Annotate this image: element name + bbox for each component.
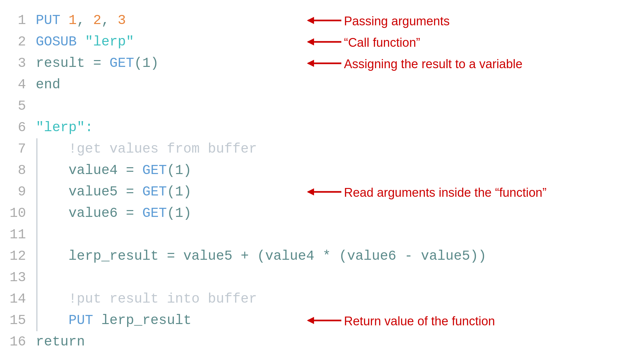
code-token: - bbox=[396, 248, 421, 264]
code-wrapper: 1PUT 1, 2, 32GOSUB "lerp"3result = GET(1… bbox=[7, 6, 644, 357]
code-line-8: 8 value4 = GET(1) bbox=[7, 160, 299, 181]
annotation-text: Read arguments inside the “function” bbox=[344, 186, 546, 200]
line-number-1: 1 bbox=[7, 14, 26, 27]
line-content-8: value4 = GET(1) bbox=[36, 164, 191, 177]
code-line-3: 3result = GET(1) bbox=[7, 53, 299, 74]
code-line-9: 9 value5 = GET(1) bbox=[7, 181, 299, 203]
svg-marker-1 bbox=[307, 17, 314, 24]
line-number-3: 3 bbox=[7, 56, 26, 70]
code-token: (1) bbox=[134, 56, 159, 71]
code-token: value4 bbox=[265, 248, 314, 264]
code-token: lerp_result bbox=[36, 248, 159, 264]
code-line-15: 15 PUT lerp_result bbox=[7, 310, 299, 331]
code-token: 2 bbox=[93, 13, 101, 28]
code-token: = bbox=[85, 56, 110, 71]
line-number-10: 10 bbox=[7, 207, 26, 220]
code-line-7: 7 !get values from buffer bbox=[7, 138, 299, 160]
line-number-2: 2 bbox=[7, 35, 26, 49]
code-token: value6 bbox=[36, 206, 118, 221]
code-token: !put result into buffer bbox=[36, 291, 257, 307]
code-token: "lerp" bbox=[36, 120, 85, 135]
line-number-13: 13 bbox=[7, 271, 26, 284]
code-token: GOSUB bbox=[36, 34, 85, 50]
arrow-icon bbox=[299, 185, 341, 201]
main-container: 1PUT 1, 2, 32GOSUB "lerp"3result = GET(1… bbox=[0, 0, 644, 363]
code-line-1: 1PUT 1, 2, 3 bbox=[7, 10, 299, 31]
svg-marker-7 bbox=[307, 188, 314, 195]
code-token: )) bbox=[470, 248, 486, 264]
code-token: GET bbox=[142, 163, 167, 178]
annotation-text: Return value of the function bbox=[344, 314, 495, 328]
code-token: (1) bbox=[167, 206, 191, 221]
line-content-16: return bbox=[36, 335, 85, 349]
annotation-2: Assigning the result to a variable bbox=[299, 56, 522, 72]
line-content-6: "lerp": bbox=[36, 121, 93, 134]
code-token: return bbox=[36, 334, 85, 350]
code-token: (1) bbox=[167, 184, 191, 200]
code-token: = bbox=[118, 163, 142, 178]
annotation-text: “Call function” bbox=[344, 36, 420, 50]
line-number-8: 8 bbox=[7, 164, 26, 177]
line-content-3: result = GET(1) bbox=[36, 56, 159, 70]
code-token: value5 bbox=[421, 248, 470, 264]
code-token: * ( bbox=[314, 248, 347, 264]
line-number-4: 4 bbox=[7, 78, 26, 92]
annotation-text: Assigning the result to a variable bbox=[344, 57, 522, 71]
code-token: PUT bbox=[36, 313, 101, 328]
line-content-15: PUT lerp_result bbox=[36, 314, 191, 327]
code-token: = bbox=[118, 206, 142, 221]
line-content-2: GOSUB "lerp" bbox=[36, 35, 134, 49]
code-line-5: 5 bbox=[7, 95, 299, 117]
annotation-4: Return value of the function bbox=[299, 313, 495, 329]
code-line-11: 11 bbox=[7, 224, 299, 245]
line-content-10: value6 = GET(1) bbox=[36, 207, 191, 220]
arrow-icon bbox=[299, 13, 341, 29]
code-line-6: 6"lerp": bbox=[7, 117, 299, 138]
line-content-7: !get values from buffer bbox=[36, 142, 257, 156]
annotation-text: Passing arguments bbox=[344, 14, 450, 28]
code-token: value4 bbox=[36, 163, 118, 178]
svg-marker-5 bbox=[307, 60, 314, 67]
code-section: 1PUT 1, 2, 32GOSUB "lerp"3result = GET(1… bbox=[7, 6, 299, 353]
code-token: value5 bbox=[36, 184, 118, 200]
code-line-13: 13 bbox=[7, 267, 299, 288]
line-content-4: end bbox=[36, 78, 60, 92]
line-number-16: 16 bbox=[7, 335, 26, 349]
svg-marker-9 bbox=[307, 317, 314, 324]
svg-marker-3 bbox=[307, 38, 314, 45]
code-token: , bbox=[101, 13, 118, 28]
code-token: lerp_result bbox=[101, 313, 191, 328]
line-number-6: 6 bbox=[7, 121, 26, 134]
line-number-5: 5 bbox=[7, 99, 26, 113]
code-token: : bbox=[85, 120, 93, 135]
arrow-icon bbox=[299, 313, 341, 329]
annotation-0: Passing arguments bbox=[299, 13, 450, 29]
line-content-9: value5 = GET(1) bbox=[36, 185, 191, 199]
code-line-2: 2GOSUB "lerp" bbox=[7, 31, 299, 53]
line-number-15: 15 bbox=[7, 314, 26, 327]
code-token: value5 bbox=[183, 248, 232, 264]
code-token: + ( bbox=[232, 248, 265, 264]
code-token: GET bbox=[110, 56, 134, 71]
code-token: GET bbox=[142, 206, 167, 221]
line-content-14: !put result into buffer bbox=[36, 292, 257, 306]
code-line-16: 16return bbox=[7, 331, 299, 353]
code-token: "lerp" bbox=[85, 34, 134, 50]
code-token: PUT bbox=[36, 13, 69, 28]
code-token: 3 bbox=[118, 13, 126, 28]
code-line-4: 4end bbox=[7, 74, 299, 95]
code-token: (1) bbox=[167, 163, 191, 178]
code-token: value6 bbox=[347, 248, 396, 264]
code-token: GET bbox=[142, 184, 167, 200]
line-number-9: 9 bbox=[7, 185, 26, 199]
line-content-12: lerp_result = value5 + (value4 * (value6… bbox=[36, 249, 486, 263]
line-number-11: 11 bbox=[7, 228, 26, 242]
code-token: = bbox=[118, 184, 142, 200]
code-line-12: 12 lerp_result = value5 + (value4 * (val… bbox=[7, 245, 299, 267]
code-token: 1 bbox=[69, 13, 77, 28]
code-token: = bbox=[159, 248, 183, 264]
code-token: !get values from buffer bbox=[36, 141, 257, 157]
code-token: , bbox=[77, 13, 93, 28]
line-content-1: PUT 1, 2, 3 bbox=[36, 14, 126, 27]
code-line-14: 14 !put result into buffer bbox=[7, 288, 299, 310]
